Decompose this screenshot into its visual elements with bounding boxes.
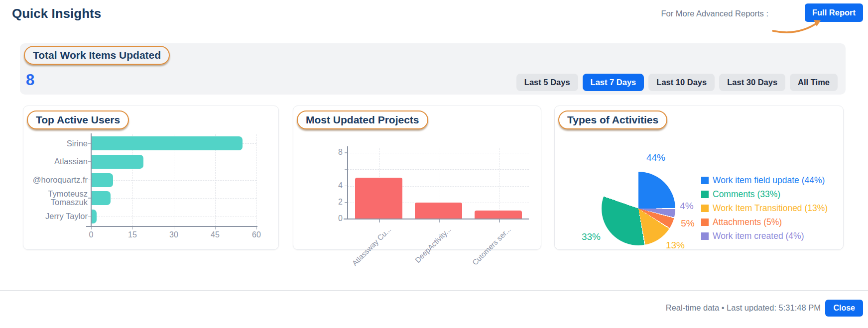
bar-jerry-taylor [91,210,97,223]
y-tick-label: 0 [325,214,343,223]
pie-callout-work-item-created: 4% [672,201,702,212]
pie-callout-work-item-transitioned: 13% [660,240,690,251]
user-label: Atlassian [28,153,88,170]
bar-cutomers-ser- [475,211,522,219]
y-tick-label: 8 [325,148,343,157]
x-tick-label: 45 [205,230,225,239]
x-tick-label: 15 [123,230,142,239]
filter-last-30-days[interactable]: Last 30 Days [719,74,785,91]
bar-sirine [91,136,243,150]
filter-last-5-days[interactable]: Last 5 Days [516,74,578,91]
total-work-items-card: Total Work Items Updated 8 Last 5 DaysLa… [20,43,846,95]
legend-item-comments[interactable]: Comments (33%) [701,189,780,200]
page-title: Quick Insights [12,6,101,21]
row-gridline [91,180,256,181]
legend-label: Comments (33%) [713,189,780,200]
total-work-items-value: 8 [26,71,34,89]
pie-callout-work-item-field-update: 44% [641,152,671,163]
row-gridline [91,198,256,199]
x-tick-label: 30 [164,230,184,239]
legend-item-attachments[interactable]: Attachments (5%) [701,217,782,227]
bar-atlassway-cu- [355,178,402,219]
time-filter-group: Last 5 DaysLast 7 DaysLast 10 DaysLast 3… [516,74,838,91]
y-axis [347,146,348,219]
pie-callout-attachments: 5% [673,218,703,229]
advanced-reports-note: For More Advanced Reports : [661,9,768,18]
legend-label: Work item field update (44%) [713,175,825,186]
top-active-users-title: Top Active Users [27,110,129,129]
filter-all-time[interactable]: All Time [790,74,838,91]
bar-deepactivity- [415,203,462,219]
most-updated-projects-title: Most Updated Projects [297,110,428,129]
filter-last-10-days[interactable]: Last 10 Days [648,74,715,91]
bar-tymoteusz-tomaszuk [91,191,111,205]
bar--horoquartz-fr [91,173,113,187]
quick-insights-dialog: Quick Insights For More Advanced Reports… [0,0,868,328]
legend-item-work-item-transitioned[interactable]: Work Item Transitioned (13%) [701,203,828,214]
last-updated-status: Real-time data • Last updated: 5:31:48 P… [666,303,821,313]
legend-item-work-item-created[interactable]: Work item created (4%) [701,231,804,241]
y-axis [91,133,92,226]
row-gridline [91,217,256,217]
legend-label: Work item created (4%) [713,231,804,241]
pie-chart [602,172,675,245]
x-gridline [499,148,500,219]
user-label: Sirine [28,135,88,152]
x-tick-mark [379,219,380,222]
x-axis [344,219,529,219]
legend-swatch-icon [701,232,709,240]
curved-arrow-annotation-icon [771,18,826,35]
filter-last-7-days[interactable]: Last 7 Days [583,74,644,91]
footer-divider [0,290,868,291]
x-tick-label: 0 [81,230,101,239]
pie-callout-comments: 33% [576,231,606,242]
user-label: Tymoteusz Tomaszuk [28,190,88,207]
user-label: Jerry Taylor [28,208,88,225]
types-of-activities-title: Types of Activities [558,110,667,129]
legend-label: Attachments (5%) [713,217,782,227]
y-tick-label: 2 [325,198,343,207]
bar-atlassian [91,155,143,169]
y-gridline [348,169,529,170]
legend-swatch-icon [701,191,709,198]
y-tick-label: 4 [325,181,343,190]
x-gridline [256,134,257,226]
x-tick-label: 60 [247,230,266,239]
legend-swatch-icon [701,177,709,184]
total-work-items-title: Total Work Items Updated [24,46,170,65]
y-gridline [348,153,529,153]
x-tick-mark [499,219,500,222]
close-button[interactable]: Close [825,300,863,317]
legend-label: Work Item Transitioned (13%) [713,203,828,214]
x-axis [86,226,257,227]
legend-swatch-icon [701,205,709,212]
user-label: @horoquartz.fr [28,172,88,189]
legend-item-work-item-field-update[interactable]: Work item field update (44%) [701,175,825,186]
legend-swatch-icon [701,219,709,226]
x-tick-mark [439,219,440,222]
